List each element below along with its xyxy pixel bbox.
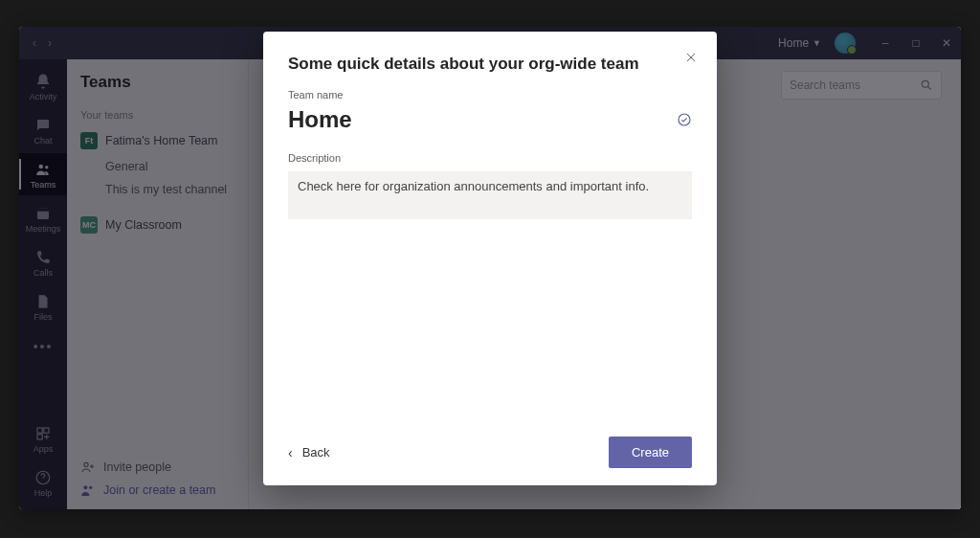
create-button[interactable]: Create (609, 437, 692, 468)
desktop-frame: ‹ › Home ▼ – □ ✕ (0, 0, 980, 538)
team-name-label: Team name (288, 89, 692, 101)
teams-app-window: ‹ › Home ▼ – □ ✕ (19, 27, 961, 509)
description-input[interactable] (288, 171, 692, 219)
name-available-icon (677, 112, 692, 127)
modal-title: Some quick details about your org-wide t… (288, 55, 692, 74)
team-name-value[interactable]: Home (288, 106, 352, 133)
close-modal-button[interactable] (684, 51, 698, 64)
create-team-modal: Some quick details about your org-wide t… (263, 32, 717, 485)
chevron-left-icon: ‹ (288, 445, 293, 460)
back-label: Back (302, 445, 330, 460)
description-label: Description (288, 152, 692, 164)
back-button[interactable]: ‹ Back (288, 445, 330, 460)
close-icon (684, 51, 698, 64)
svg-point-12 (679, 114, 690, 125)
